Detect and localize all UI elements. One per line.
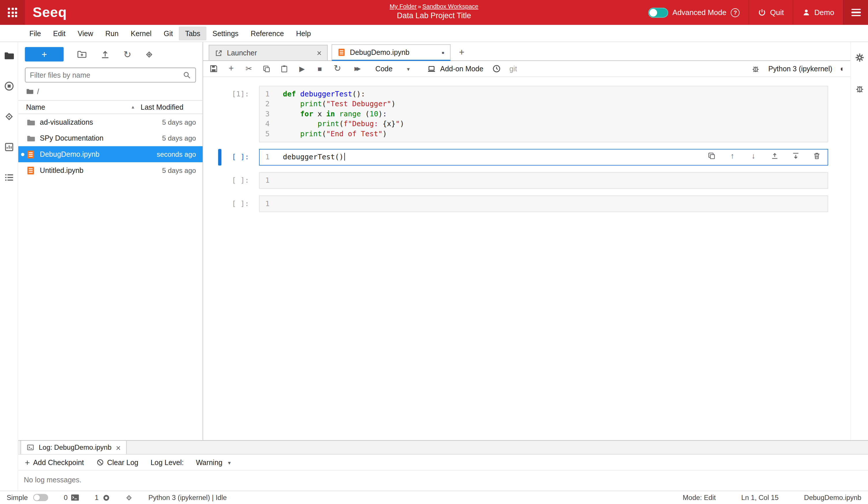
git-toolbar-label[interactable]: git <box>509 64 517 73</box>
quit-button[interactable]: Quit <box>748 0 793 25</box>
file-row-spy-documentation[interactable]: SPy Documentation 5 days ago <box>18 130 203 146</box>
debugger-bug-icon[interactable] <box>751 64 761 74</box>
breadcrumb-sandbox-workspace[interactable]: Sandbox Workspace <box>422 3 478 10</box>
kernel-session-count[interactable]: 1 <box>95 493 110 502</box>
kernel-status-text[interactable]: Python 3 (ipykernel) | Idle <box>148 494 227 501</box>
user-label: Demo <box>814 8 834 17</box>
move-cell-up-icon[interactable]: ↑ <box>728 151 737 160</box>
menu-reference[interactable]: Reference <box>245 26 290 40</box>
sidebar-files-icon[interactable] <box>3 50 14 61</box>
user-icon <box>802 8 810 17</box>
cursor-position[interactable]: Ln 1, Col 15 <box>741 494 778 501</box>
menu-file[interactable]: File <box>23 26 47 40</box>
log-level-select[interactable]: Warning ▾ <box>196 458 231 466</box>
advanced-mode-toggle[interactable] <box>648 8 668 18</box>
menu-help[interactable]: Help <box>290 26 317 40</box>
new-launcher-button[interactable]: + <box>25 47 63 61</box>
file-row-untitled-ipynb[interactable]: Untitled.ipynb 5 days ago <box>18 162 203 178</box>
log-tabbar: Log: DebugDemo.ipynb × <box>18 441 868 455</box>
new-tab-button[interactable]: + <box>454 45 469 60</box>
menu-edit[interactable]: Edit <box>47 26 72 40</box>
edit-mode-indicator[interactable]: Mode: Edit <box>683 494 716 501</box>
clear-log-button[interactable]: Clear Log <box>96 458 138 466</box>
run-cell-icon[interactable]: ▶ <box>297 64 307 74</box>
history-clock-icon[interactable] <box>492 64 501 74</box>
sidebar-running-sessions-icon[interactable] <box>3 80 14 91</box>
file-row-debugdemo-ipynb[interactable]: DebugDemo.ipynb seconds ago <box>18 146 203 162</box>
apps-grid-button[interactable] <box>0 0 25 25</box>
menu-run[interactable]: Run <box>99 26 125 40</box>
cell-collapser[interactable] <box>218 172 221 189</box>
delete-cell-icon[interactable] <box>812 151 821 160</box>
cell-code[interactable]: def debuggerTest(): print("Test Debugger… <box>275 86 828 142</box>
menu-kernel[interactable]: Kernel <box>125 26 157 40</box>
kernel-status-icon[interactable]: ◐ <box>840 64 845 73</box>
notebook-cell-1[interactable]: [1]: 12345 def debuggerTest(): print("Te… <box>203 86 850 142</box>
notebook-cell-4[interactable]: [ ]: 1 <box>203 195 850 212</box>
notebook-cell-2[interactable]: [ ]: 1 debuggerTest() ↑ ↓ <box>203 149 850 166</box>
cell-collapser[interactable] <box>218 149 221 166</box>
paste-cells-icon[interactable] <box>280 64 289 74</box>
cell-code[interactable] <box>275 196 828 212</box>
file-breadcrumb[interactable]: / <box>18 83 203 100</box>
log-tab[interactable]: Log: DebugDemo.ipynb × <box>20 441 127 454</box>
git-status-icon[interactable] <box>125 493 133 502</box>
active-file-name[interactable]: DebugDemo.ipynb <box>804 494 861 501</box>
log-tab-close-icon[interactable]: × <box>116 443 121 452</box>
addon-mode-button[interactable]: Add-on Mode <box>427 64 483 73</box>
tab-launcher[interactable]: Launcher × <box>209 45 328 60</box>
notebook-cell-3[interactable]: [ ]: 1 <box>203 172 850 189</box>
insert-cell-below-icon[interactable] <box>791 151 800 160</box>
move-cell-down-icon[interactable]: ↓ <box>749 151 758 160</box>
simple-mode-toggle[interactable] <box>33 494 49 501</box>
git-clone-icon[interactable] <box>145 50 154 59</box>
restart-run-all-icon[interactable]: ▶▶ <box>350 64 362 74</box>
restart-kernel-icon[interactable]: ↻ <box>333 64 342 74</box>
save-icon[interactable] <box>209 64 218 74</box>
menu-settings[interactable]: Settings <box>206 26 245 40</box>
cell-type-select[interactable]: Code ▾ <box>371 63 414 74</box>
toggle-knob <box>34 494 40 501</box>
cell-editor[interactable]: 1 <box>259 172 828 189</box>
sidebar-git-icon[interactable] <box>3 111 14 122</box>
debugger-sidebar-icon[interactable] <box>854 83 865 94</box>
upload-icon[interactable] <box>100 49 110 60</box>
cell-editor[interactable]: 1 <box>259 195 828 212</box>
kernel-count-value: 1 <box>95 494 99 501</box>
insert-cell-above-icon[interactable] <box>770 151 779 160</box>
breadcrumb-my-folder[interactable]: My Folder <box>390 3 417 10</box>
property-inspector-icon[interactable] <box>854 52 865 63</box>
user-menu-button[interactable]: Demo <box>793 0 843 25</box>
insert-cell-icon[interactable]: + <box>227 64 236 74</box>
hamburger-menu-icon[interactable] <box>843 0 868 25</box>
add-checkpoint-button[interactable]: + Add Checkpoint <box>25 458 84 467</box>
sidebar-toc-icon[interactable] <box>3 172 14 183</box>
cell-editor[interactable]: 12345 def debuggerTest(): print("Test De… <box>259 86 828 142</box>
terminal-count[interactable]: 0 <box>64 493 79 502</box>
breadcrumb-root: / <box>37 87 39 95</box>
cell-collapser[interactable] <box>218 86 221 142</box>
log-panel: Log: DebugDemo.ipynb × + Add Checkpoint … <box>18 440 868 491</box>
doc-tabbar-tabs: Launcher × DebugDemo.ipynb ● <box>209 44 454 60</box>
name-column-header[interactable]: Name ▲ <box>26 103 141 111</box>
sidebar-inspector-icon[interactable] <box>3 141 14 152</box>
refresh-icon[interactable]: ↻ <box>124 49 131 60</box>
cell-code[interactable] <box>275 173 828 188</box>
tab-close-icon[interactable]: × <box>317 48 322 58</box>
copy-cells-icon[interactable] <box>262 64 271 74</box>
new-folder-icon[interactable] <box>77 49 87 60</box>
menu-view[interactable]: View <box>72 26 99 40</box>
kernel-name[interactable]: Python 3 (ipykernel) <box>768 64 833 73</box>
filter-files-input[interactable] <box>30 71 183 79</box>
cut-cells-icon[interactable]: ✂ <box>244 64 254 74</box>
file-row-ad-visualizations[interactable]: ad-visualizations 5 days ago <box>18 114 203 130</box>
menu-git[interactable]: Git <box>157 26 179 40</box>
modified-column-header[interactable]: Last Modified <box>141 103 196 111</box>
help-icon[interactable]: ? <box>731 8 740 17</box>
duplicate-cell-icon[interactable] <box>707 151 716 160</box>
cell-collapser[interactable] <box>218 195 221 212</box>
menu-tabs[interactable]: Tabs <box>179 26 206 40</box>
cell-editor[interactable]: 1 debuggerTest() ↑ ↓ <box>259 149 828 166</box>
tab-debugdemo-ipynb[interactable]: DebugDemo.ipynb ● <box>332 44 451 61</box>
interrupt-kernel-icon[interactable]: ■ <box>315 64 324 74</box>
